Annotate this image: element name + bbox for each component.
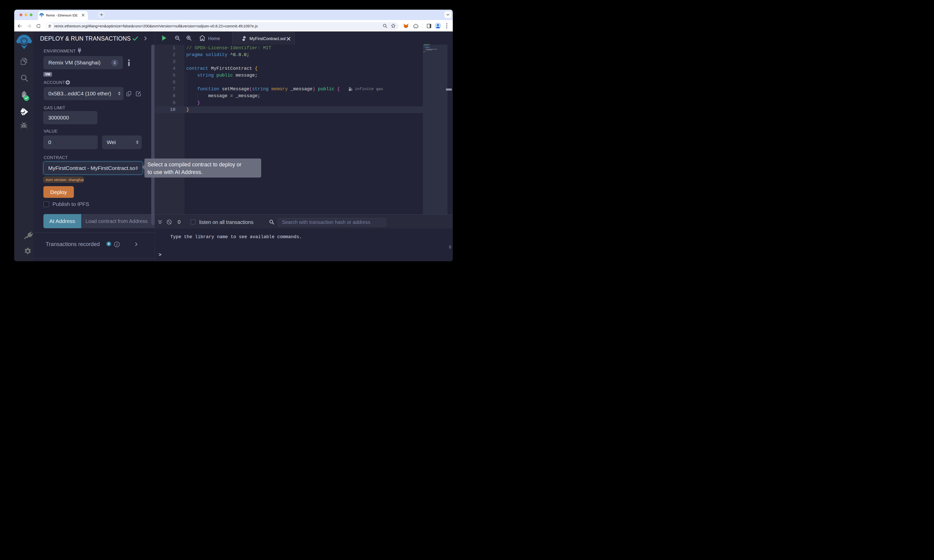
- svg-text:i: i: [116, 243, 117, 246]
